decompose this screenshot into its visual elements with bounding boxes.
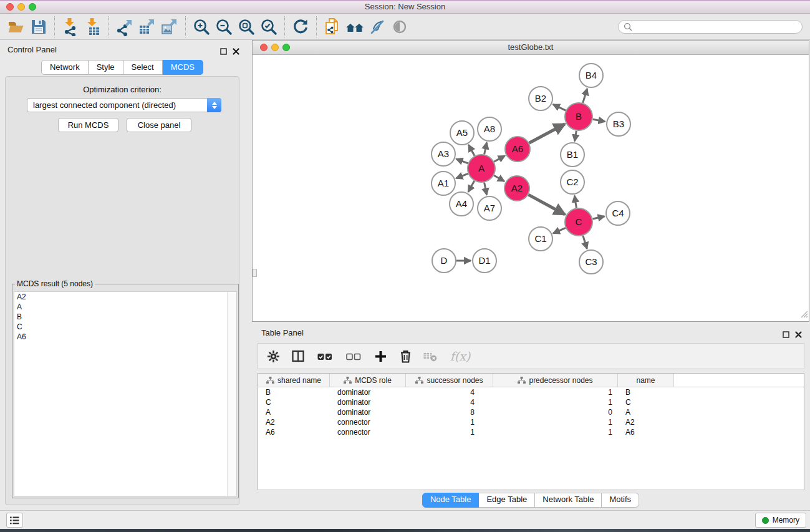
close-panel-icon[interactable]: [233, 46, 239, 57]
column-header-predecessor-nodes[interactable]: predecessor nodes: [493, 374, 618, 387]
edge-A-A5[interactable]: [469, 145, 475, 156]
network-canvas[interactable]: B4B2BB3A5A8A6B1A3AC2A1A2A4A7C4CC1DD1C3: [253, 55, 809, 321]
column-header-shared-name[interactable]: shared name: [258, 374, 330, 387]
node-A3[interactable]: A3: [432, 142, 455, 166]
search-input[interactable]: [635, 22, 802, 32]
close-panel-button[interactable]: Close panel: [127, 118, 191, 132]
task-history-button[interactable]: [6, 513, 23, 528]
edge-A-A3[interactable]: [456, 159, 468, 163]
node-C4[interactable]: C4: [606, 201, 630, 225]
node-B4[interactable]: B4: [579, 64, 603, 87]
attribute-settings-icon[interactable]: [266, 349, 281, 364]
mcds-result-list[interactable]: A2ABCA6: [14, 291, 237, 496]
zoom-fit-icon[interactable]: [235, 16, 258, 38]
cell[interactable]: C: [618, 397, 674, 407]
table-row-b[interactable]: Bdominator41B: [258, 387, 804, 397]
node-C1[interactable]: C1: [529, 227, 552, 251]
float-panel-icon[interactable]: [783, 329, 789, 341]
cell[interactable]: 1: [493, 427, 618, 437]
cell[interactable]: A2: [258, 417, 330, 427]
float-panel-icon[interactable]: [220, 46, 227, 57]
import-network-icon[interactable]: [59, 16, 82, 38]
cell[interactable]: dominator: [330, 387, 406, 397]
edge-C-C3[interactable]: [583, 236, 587, 249]
result-item-c[interactable]: C: [14, 322, 236, 332]
node-D1[interactable]: D1: [473, 249, 496, 273]
search-box[interactable]: [618, 20, 803, 34]
app-titlebar[interactable]: Session: New Session: [0, 0, 810, 14]
edge-B-B2[interactable]: [553, 104, 566, 110]
edge-A-A4[interactable]: [468, 181, 475, 192]
criterion-dropdown[interactable]: largest connected component (directed): [27, 98, 221, 112]
frame-resize-grip[interactable]: [253, 269, 257, 277]
cell[interactable]: 1: [406, 427, 493, 437]
frame-corner-resize-grip[interactable]: [800, 309, 808, 321]
table-row-a[interactable]: Adominator80A: [258, 407, 804, 417]
save-session-icon[interactable]: [27, 16, 50, 38]
show-columns-icon[interactable]: [291, 349, 306, 364]
tab-select[interactable]: Select: [123, 60, 163, 75]
export-table-icon[interactable]: [136, 16, 158, 38]
edge-A-A8[interactable]: [485, 143, 487, 155]
edge-C-C1[interactable]: [553, 228, 566, 233]
result-list-scrollbar[interactable]: [227, 292, 236, 496]
edge-C-C2[interactable]: [574, 196, 576, 208]
edge-A6-B[interactable]: [529, 124, 565, 143]
node-A8[interactable]: A8: [478, 117, 501, 141]
show-graphics-details-icon[interactable]: [388, 16, 411, 38]
node-B1[interactable]: B1: [561, 143, 584, 167]
node-A6[interactable]: A6: [505, 137, 530, 162]
first-neighbors-icon[interactable]: [344, 16, 366, 38]
run-mcds-button[interactable]: Run MCDS: [58, 118, 118, 132]
node-C2[interactable]: C2: [561, 170, 584, 194]
close-panel-icon[interactable]: [795, 329, 802, 341]
node-B2[interactable]: B2: [529, 87, 552, 110]
cell[interactable]: connector: [330, 427, 406, 437]
cell[interactable]: A: [618, 407, 674, 417]
node-B[interactable]: B: [565, 103, 592, 130]
node-A4[interactable]: A4: [450, 192, 473, 216]
node-A7[interactable]: A7: [478, 196, 501, 220]
hide-graphics-details-icon[interactable]: [366, 16, 388, 38]
node-C3[interactable]: C3: [579, 250, 603, 274]
cell[interactable]: connector: [330, 417, 406, 427]
edge-B-B4[interactable]: [583, 89, 587, 103]
cell[interactable]: A2: [618, 417, 674, 427]
cell[interactable]: dominator: [330, 397, 406, 407]
network-window-titlebar[interactable]: testGlobe.txt: [253, 41, 809, 55]
add-column-icon[interactable]: [373, 349, 388, 364]
delete-table-icon[interactable]: [423, 349, 438, 364]
cell[interactable]: dominator: [330, 407, 406, 417]
table-row-a6[interactable]: A6connector11A6: [258, 427, 804, 437]
select-all-icon[interactable]: [316, 349, 334, 364]
table-tab-motifs[interactable]: Motifs: [602, 493, 639, 508]
edge-A-A1[interactable]: [456, 173, 468, 178]
node-A5[interactable]: A5: [450, 121, 474, 145]
new-network-from-selection-icon[interactable]: [321, 16, 344, 38]
export-image-icon[interactable]: [158, 16, 181, 38]
cell[interactable]: C: [258, 397, 330, 407]
tab-network[interactable]: Network: [41, 60, 89, 75]
cell[interactable]: A6: [258, 427, 330, 437]
table-row-c[interactable]: Cdominator41C: [258, 397, 804, 407]
result-item-b[interactable]: B: [14, 312, 236, 322]
tab-style[interactable]: Style: [89, 60, 123, 75]
cell[interactable]: B: [258, 387, 330, 397]
column-header-mcds-role[interactable]: MCDS role: [330, 374, 406, 387]
cell[interactable]: A: [258, 407, 330, 417]
cell[interactable]: 0: [493, 407, 618, 417]
delete-column-icon[interactable]: [398, 349, 413, 364]
tab-mcds[interactable]: MCDS: [163, 60, 203, 75]
zoom-selected-icon[interactable]: [258, 16, 280, 38]
node-B3[interactable]: B3: [607, 112, 630, 136]
zoom-out-icon[interactable]: [213, 16, 235, 38]
cell[interactable]: 8: [406, 407, 493, 417]
cell[interactable]: 1: [406, 417, 493, 427]
memory-button[interactable]: Memory: [755, 513, 806, 528]
cell[interactable]: 1: [493, 417, 618, 427]
node-C[interactable]: C: [565, 208, 592, 236]
function-builder-icon[interactable]: f(x): [448, 349, 473, 364]
deselect-all-icon[interactable]: [344, 349, 363, 364]
table-tab-network-table[interactable]: Network Table: [535, 493, 602, 508]
cell[interactable]: 1: [493, 397, 618, 407]
